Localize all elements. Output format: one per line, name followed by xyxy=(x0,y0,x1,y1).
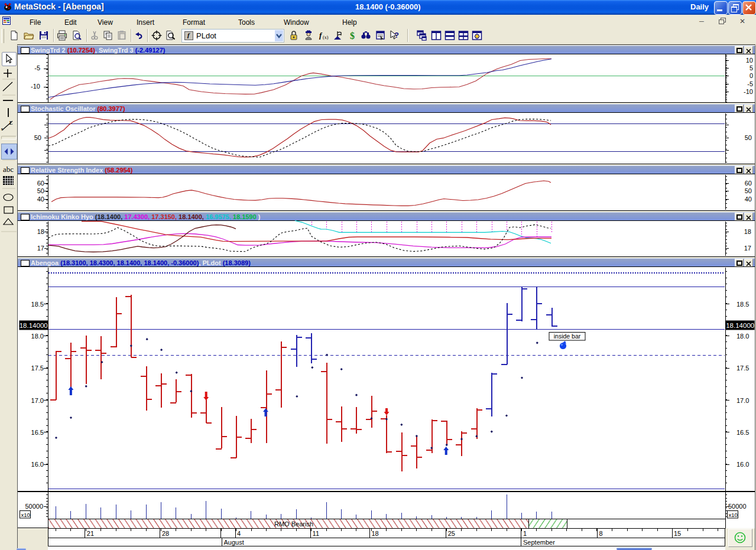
svg-text:inside bar: inside bar xyxy=(554,333,581,340)
svg-text:10: 10 xyxy=(746,57,753,64)
svg-text:11: 11 xyxy=(313,530,319,537)
svg-text:18.14000: 18.14000 xyxy=(726,322,754,329)
svg-text:?: ? xyxy=(394,31,399,40)
svg-text:-10: -10 xyxy=(31,83,40,90)
svg-text:17.5: 17.5 xyxy=(31,365,44,372)
svg-text:25: 25 xyxy=(448,530,455,537)
svg-text:-5: -5 xyxy=(34,64,40,71)
svg-text:40: 40 xyxy=(745,196,752,203)
svg-text:1: 1 xyxy=(523,530,527,537)
svg-text:17: 17 xyxy=(744,245,751,252)
svg-text:18: 18 xyxy=(744,228,751,235)
svg-text:0: 0 xyxy=(749,72,753,79)
svg-text:s: s xyxy=(1,126,3,132)
svg-text:16.0: 16.0 xyxy=(736,461,749,468)
svg-text:18.0: 18.0 xyxy=(736,333,749,340)
svg-text:40: 40 xyxy=(37,196,44,203)
svg-text:8: 8 xyxy=(599,530,603,537)
svg-text:18.5: 18.5 xyxy=(736,301,749,308)
svg-text:50: 50 xyxy=(37,187,44,194)
svg-text:-10: -10 xyxy=(744,88,753,95)
svg-text:60: 60 xyxy=(37,180,44,187)
svg-text:17.0: 17.0 xyxy=(736,397,749,404)
svg-text:RMO Bearish: RMO Bearish xyxy=(274,520,313,528)
svg-text:4: 4 xyxy=(237,530,241,537)
svg-text:18.14000: 18.14000 xyxy=(20,322,48,329)
svg-text:September: September xyxy=(523,539,555,546)
svg-text:$: $ xyxy=(350,31,355,41)
svg-text:17.0: 17.0 xyxy=(31,397,44,404)
svg-text:18: 18 xyxy=(37,228,44,235)
svg-text:x10: x10 xyxy=(21,512,30,518)
svg-text:L: L xyxy=(9,121,12,126)
svg-text:50: 50 xyxy=(34,134,41,141)
svg-text:17: 17 xyxy=(37,245,44,252)
svg-text:August: August xyxy=(224,539,244,546)
svg-text:15: 15 xyxy=(674,530,681,537)
svg-text:17.5: 17.5 xyxy=(736,365,749,372)
svg-text:5: 5 xyxy=(749,64,753,71)
svg-text:18.5: 18.5 xyxy=(31,301,44,308)
svg-text:-5: -5 xyxy=(747,80,753,87)
svg-text:abc: abc xyxy=(3,165,14,174)
svg-text:18: 18 xyxy=(372,530,379,537)
svg-text:50: 50 xyxy=(745,134,752,141)
svg-text:16.5: 16.5 xyxy=(736,429,749,436)
svg-text:18.0: 18.0 xyxy=(31,333,44,340)
svg-text:50: 50 xyxy=(745,187,752,194)
svg-text:(x): (x) xyxy=(323,35,329,40)
svg-text:16.0: 16.0 xyxy=(31,461,44,468)
svg-text:50000: 50000 xyxy=(728,503,747,510)
svg-text:x10: x10 xyxy=(729,512,738,518)
svg-text:60: 60 xyxy=(745,180,752,187)
svg-text:21: 21 xyxy=(87,530,94,537)
svg-text:16.5: 16.5 xyxy=(31,429,44,436)
svg-text:50000: 50000 xyxy=(25,503,43,510)
svg-text:28: 28 xyxy=(162,530,169,537)
